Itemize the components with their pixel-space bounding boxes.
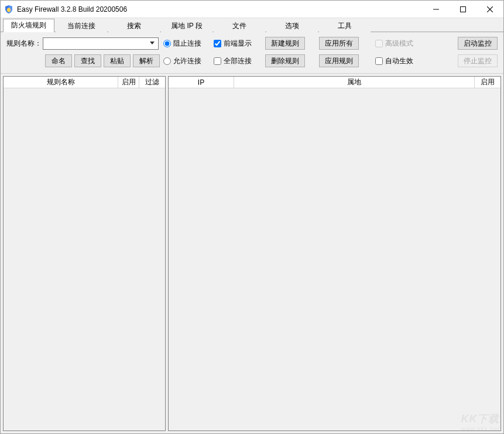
apply-all-button[interactable]: 应用所有	[319, 37, 359, 50]
stop-monitor-button: 停止监控	[458, 54, 498, 67]
col-ip[interactable]: IP	[169, 77, 234, 88]
svg-rect-0	[433, 9, 439, 9]
ip-panel: IP 属地 启用	[168, 76, 501, 431]
parse-button[interactable]: 解析	[133, 54, 160, 67]
name-button[interactable]: 命名	[45, 54, 72, 67]
tab-search[interactable]: 搜索	[108, 19, 160, 32]
check-all-connections[interactable]: 全部连接	[214, 56, 259, 66]
delete-rule-button[interactable]: 删除规则	[265, 54, 305, 67]
col-rule-name[interactable]: 规则名称	[4, 77, 118, 88]
toolbar-row-2: 命名 查找 粘贴 解析 允许连接 全部连接 删除规则 应用规则 自动生效 停止监…	[6, 53, 498, 68]
maximize-button[interactable]	[450, 1, 476, 18]
title-bar: Easy Firewall 3.2.8 Build 20200506	[1, 1, 503, 18]
app-shield-icon	[4, 5, 13, 14]
new-rule-button[interactable]: 新建规则	[265, 37, 305, 50]
main-area: 规则名称 启用 过滤 IP 属地 启用	[1, 74, 503, 433]
svg-rect-1	[461, 6, 466, 12]
check-auto-effect[interactable]: 自动生效	[375, 56, 421, 66]
rules-list-body[interactable]	[4, 88, 165, 430]
chevron-down-icon	[148, 39, 157, 49]
toolbar: 规则名称： 阻止连接 前端显示 新建规则 应用所有 高级模	[1, 32, 503, 74]
tab-options[interactable]: 选项	[266, 19, 318, 32]
apply-rule-button[interactable]: 应用规则	[319, 54, 359, 67]
radio-allow-connection[interactable]: 允许连接	[163, 56, 209, 66]
paste-button[interactable]: 粘贴	[104, 54, 131, 67]
start-monitor-button[interactable]: 启动监控	[458, 37, 498, 50]
toolbar-row-1: 规则名称： 阻止连接 前端显示 新建规则 应用所有 高级模	[6, 36, 498, 51]
rules-panel: 规则名称 启用 过滤	[3, 76, 166, 431]
ip-column-headers: IP 属地 启用	[169, 77, 500, 88]
tab-firewall-rules[interactable]: 防火墙规则	[3, 19, 54, 32]
tab-ip-location[interactable]: 属地 IP 段	[161, 19, 212, 32]
tab-tools[interactable]: 工具	[319, 19, 371, 32]
col-filter[interactable]: 过滤	[139, 77, 165, 88]
find-button[interactable]: 查找	[74, 54, 101, 67]
radio-block-connection[interactable]: 阻止连接	[163, 39, 209, 49]
col-location[interactable]: 属地	[234, 77, 475, 88]
ip-list-body[interactable]	[169, 88, 500, 430]
check-advanced-mode[interactable]: 高级模式	[375, 39, 421, 49]
rule-name-label: 规则名称：	[6, 39, 43, 49]
tab-strip: 防火墙规则 当前连接 搜索 属地 IP 段 文件 选项 工具	[1, 18, 503, 32]
app-window: Easy Firewall 3.2.8 Build 20200506 防火墙规则…	[0, 0, 504, 434]
col-ip-enabled[interactable]: 启用	[475, 77, 500, 88]
rules-column-headers: 规则名称 启用 过滤	[4, 77, 165, 88]
minimize-button[interactable]	[423, 1, 450, 18]
tab-file[interactable]: 文件	[214, 19, 265, 32]
rule-name-combo[interactable]	[43, 37, 159, 50]
col-enabled[interactable]: 启用	[118, 77, 139, 88]
check-front-display[interactable]: 前端显示	[214, 39, 259, 49]
window-title: Easy Firewall 3.2.8 Build 20200506	[17, 5, 127, 13]
close-button[interactable]	[476, 1, 503, 18]
tab-current-connections[interactable]: 当前连接	[56, 19, 107, 32]
